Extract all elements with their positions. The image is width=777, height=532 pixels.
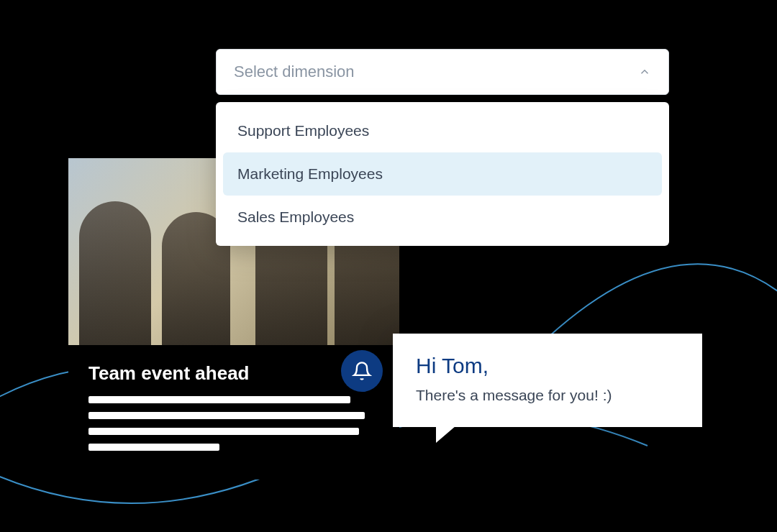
dimension-select-placeholder: Select dimension	[234, 63, 355, 81]
dropdown-option-sales[interactable]: Sales Employees	[223, 196, 662, 239]
bell-icon	[352, 361, 372, 381]
dropdown-option-marketing[interactable]: Marketing Employees	[223, 152, 662, 196]
dimension-dropdown: Select dimension Support Employees Marke…	[216, 49, 669, 246]
notification-greeting: Hi Tom,	[416, 354, 679, 378]
event-card-body-placeholder	[68, 396, 399, 480]
dimension-select-trigger[interactable]: Select dimension	[216, 49, 669, 95]
notification-body: There's a message for you! :)	[416, 387, 679, 404]
dropdown-option-support[interactable]: Support Employees	[223, 109, 662, 152]
notification-bubble: Hi Tom, There's a message for you! :)	[393, 334, 702, 427]
dimension-dropdown-menu: Support Employees Marketing Employees Sa…	[216, 102, 669, 246]
notification-badge[interactable]	[341, 350, 383, 392]
chevron-up-icon	[638, 65, 651, 78]
